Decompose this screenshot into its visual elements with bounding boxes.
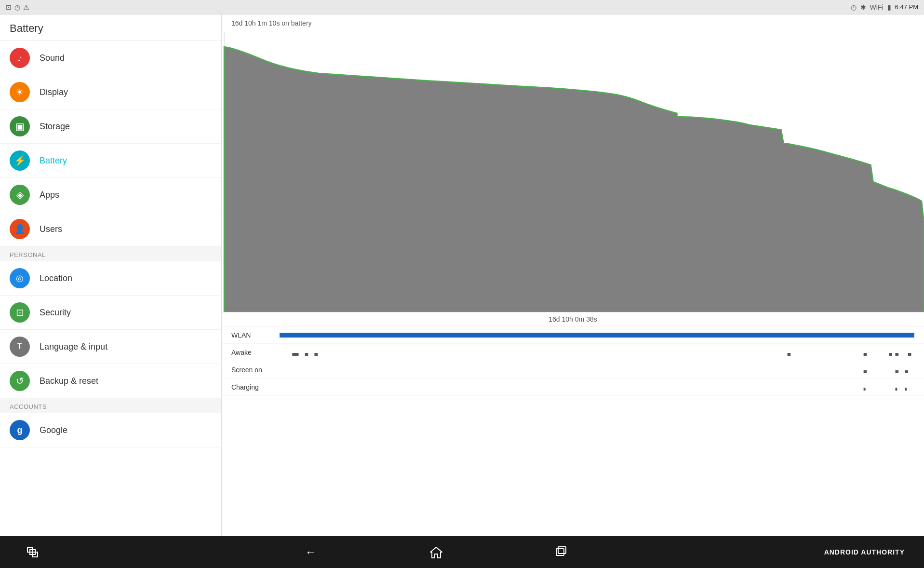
wlan-bar-container: [280, 333, 914, 338]
apps-icon: ◈: [10, 185, 30, 205]
battery-time-header: 16d 10h 1m 10s on battery: [222, 14, 924, 32]
sidebar-item-backup[interactable]: ↺ Backup & reset: [0, 364, 221, 398]
backup-label: Backup & reset: [40, 376, 98, 386]
apps-label: Apps: [40, 190, 59, 200]
svg-rect-9: [908, 353, 911, 356]
wlan-label: WLAN: [231, 331, 280, 339]
sidebar-item-display[interactable]: ☀ Display: [0, 75, 221, 109]
security-label: Security: [40, 308, 71, 318]
bottom-nav: ← ANDROID AUTHORITY: [0, 536, 924, 568]
status-bar-right: ◷ ✱ WiFi ▮ 6:47 PM: [851, 3, 918, 11]
recents-button[interactable]: [547, 542, 576, 562]
clock-icon: ◷: [851, 3, 857, 11]
sidebar-item-sound[interactable]: ♪ Sound: [0, 41, 221, 75]
svg-rect-2: [292, 353, 298, 356]
page-title: Battery: [0, 14, 221, 41]
sidebar-item-apps[interactable]: ◈ Apps: [0, 178, 221, 212]
backup-icon: ↺: [10, 371, 30, 391]
time-axis-label: 16d 10h 0m 38s: [222, 312, 924, 326]
svg-rect-10: [864, 370, 867, 373]
svg-rect-4: [314, 353, 318, 356]
svg-rect-3: [305, 353, 308, 356]
location-icon: ◎: [10, 268, 30, 288]
svg-rect-12: [905, 370, 908, 373]
bluetooth-icon: ✱: [860, 3, 866, 11]
battery-stats: WLAN Awake: [222, 326, 924, 396]
charging-label: Charging: [231, 383, 280, 391]
personal-section-header: PERSONAL: [0, 246, 221, 261]
sidebar-item-location[interactable]: ◎ Location: [0, 261, 221, 296]
security-icon: ⊡: [10, 302, 30, 323]
sidebar-item-storage[interactable]: ▣ Storage: [0, 109, 221, 144]
sidebar-item-language[interactable]: T Language & input: [0, 330, 221, 364]
wlan-row: WLAN: [222, 326, 924, 344]
back-button[interactable]: ←: [296, 542, 325, 562]
accounts-section-header: ACCOUNTS: [0, 398, 221, 413]
sidebar-item-users[interactable]: 👤 Users: [0, 212, 221, 246]
svg-rect-15: [905, 388, 907, 391]
nav-recents-left[interactable]: [19, 542, 48, 562]
charging-row: Charging: [222, 379, 924, 396]
status-bar-left: ⊡ ◷ ⚠: [6, 3, 29, 11]
storage-icon: ▣: [10, 116, 30, 136]
home-button[interactable]: [422, 542, 451, 562]
recents-icon: [555, 546, 568, 558]
alarm-icon: ◷: [14, 3, 20, 11]
svg-rect-8: [895, 353, 898, 356]
language-icon: T: [10, 337, 30, 357]
display-icon: ☀: [10, 82, 30, 102]
battery-icon: ▮: [887, 3, 891, 11]
sound-icon: ♪: [10, 48, 30, 68]
sidebar-item-battery[interactable]: ⚡ Battery: [0, 144, 221, 178]
awake-label: Awake: [231, 349, 280, 356]
users-icon: 👤: [10, 219, 30, 239]
users-label: Users: [40, 224, 62, 234]
svg-rect-11: [895, 370, 898, 373]
charging-bar-container: [280, 385, 914, 390]
sidebar: Battery ♪ Sound ☀ Display ▣ Storage ⚡ Ba…: [0, 14, 222, 536]
display-label: Display: [40, 87, 68, 97]
svg-rect-13: [864, 388, 866, 391]
svg-rect-14: [895, 388, 897, 391]
location-label: Location: [40, 273, 72, 284]
svg-rect-7: [889, 353, 892, 356]
wifi-icon: WiFi: [870, 3, 884, 11]
svg-rect-20: [556, 549, 564, 555]
sidebar-item-google[interactable]: g Google: [0, 413, 221, 447]
screen-marks-svg: [280, 369, 914, 374]
battery-chart: [222, 32, 924, 312]
awake-marks-svg: [280, 352, 914, 357]
awake-row: Awake: [222, 344, 924, 361]
charging-marks-svg: [280, 387, 914, 392]
battery-chart-svg: [222, 32, 924, 312]
sidebar-item-security[interactable]: ⊡ Security: [0, 296, 221, 330]
language-label: Language & input: [40, 342, 107, 352]
screenshot-icon: ⊡: [6, 3, 12, 11]
svg-rect-5: [788, 353, 791, 356]
status-bar: ⊡ ◷ ⚠ ◷ ✱ WiFi ▮ 6:47 PM: [0, 0, 924, 14]
svg-rect-6: [864, 353, 867, 356]
recents-icon-left: [27, 546, 41, 558]
battery-label: Battery: [40, 156, 67, 166]
main-layout: Battery ♪ Sound ☀ Display ▣ Storage ⚡ Ba…: [0, 14, 924, 536]
time-display: 6:47 PM: [895, 3, 918, 11]
google-icon: g: [10, 420, 30, 440]
battery-icon-sidebar: ⚡: [10, 150, 30, 171]
svg-marker-19: [430, 547, 442, 558]
home-icon: [429, 545, 443, 559]
sound-label: Sound: [40, 53, 65, 63]
google-label: Google: [40, 425, 67, 435]
screen-row: Screen on: [222, 361, 924, 379]
warning-icon: ⚠: [23, 3, 29, 11]
svg-rect-21: [558, 547, 566, 554]
brand-label: ANDROID AUTHORITY: [824, 548, 905, 556]
screen-bar-container: [280, 367, 914, 372]
content-area: 16d 10h 1m 10s on battery 16d 10h 0m 38s…: [222, 14, 924, 536]
awake-bar-container: [280, 350, 914, 355]
storage-label: Storage: [40, 122, 70, 132]
screen-label: Screen on: [231, 366, 280, 374]
wlan-bar: [280, 333, 914, 338]
